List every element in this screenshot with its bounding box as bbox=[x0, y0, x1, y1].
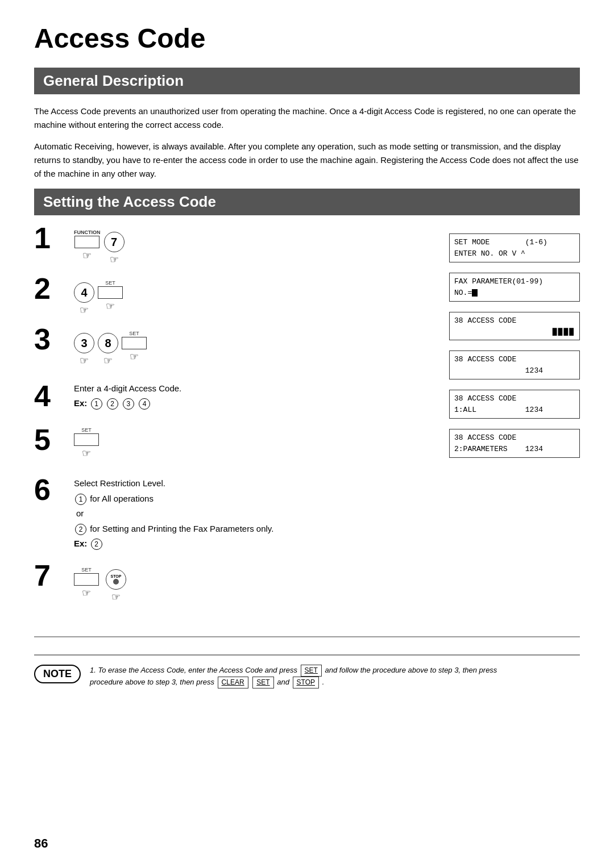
step-6: 6 Select Restriction Level. 1 for All op… bbox=[34, 477, 432, 553]
note-text-procedure: procedure above to step 3, then press bbox=[90, 678, 217, 686]
key-3-circle: 3 bbox=[74, 333, 94, 353]
key-4: 4 ☞ bbox=[74, 276, 94, 316]
general-description-p1: The Access Code prevents an unauthorized… bbox=[34, 105, 580, 132]
step-7-number: 7 bbox=[34, 561, 68, 590]
note-clear-key: CLEAR bbox=[218, 677, 248, 688]
function-key-rect bbox=[74, 236, 99, 248]
lcd-3: 38 ACCESS CODE ████ bbox=[449, 312, 580, 340]
hand-icon-3a: ☞ bbox=[80, 354, 89, 367]
note-set-key2: SET bbox=[252, 677, 273, 688]
note-text-2: and follow the procedure above to step 3… bbox=[325, 666, 497, 674]
circled-ex2: 2 bbox=[91, 539, 102, 550]
lcd-5-box: 38 ACCESS CODE 1:ALL 1234 bbox=[449, 390, 580, 419]
step-3: 3 3 ☞ 8 ☞ SET ☞ bbox=[34, 327, 432, 367]
stop-key-7: STOP ☞ bbox=[106, 563, 126, 603]
step-7-content: SET ☞ STOP ☞ bbox=[74, 563, 432, 603]
step-5-number: 5 bbox=[34, 425, 68, 454]
set-key-2: SET ☞ bbox=[98, 280, 123, 312]
circled-3: 3 bbox=[123, 398, 134, 410]
step-5-keys: SET ☞ bbox=[74, 427, 99, 460]
set-key-2-rect bbox=[98, 286, 123, 299]
setting-section-heading: Setting the Access Code bbox=[34, 189, 580, 215]
key-7-label bbox=[113, 226, 115, 231]
step-2-content: 4 ☞ SET ☞ bbox=[74, 276, 432, 316]
circled-2: 2 bbox=[107, 398, 118, 410]
key-8-label bbox=[107, 327, 109, 332]
circled-1: 1 bbox=[91, 398, 102, 410]
step-1-keys: FUNCTION ☞ 7 ☞ bbox=[74, 226, 125, 266]
lcd-2: FAX PARAMETER(01-99) NO.= bbox=[449, 273, 580, 302]
hand-icon-3b: ☞ bbox=[103, 354, 113, 367]
step-6-text: Select Restriction Level. bbox=[74, 477, 165, 490]
step-3-content: 3 ☞ 8 ☞ SET ☞ bbox=[74, 327, 432, 367]
note-text-1: 1. To erase the Access Code, enter the A… bbox=[90, 666, 297, 674]
stop-circle: STOP bbox=[106, 569, 126, 590]
step-1: 1 FUNCTION ☞ 7 ☞ bbox=[34, 226, 432, 266]
step-6-or: or bbox=[76, 507, 84, 520]
hand-icon-1a: ☞ bbox=[82, 249, 92, 262]
step-3-keys: 3 ☞ 8 ☞ SET ☞ bbox=[74, 327, 147, 367]
hand-icon-7a: ☞ bbox=[82, 587, 91, 599]
set-key-7-rect bbox=[74, 573, 99, 586]
circled-opt2: 2 bbox=[75, 524, 86, 535]
stop-label: STOP bbox=[111, 574, 122, 578]
divider bbox=[34, 636, 580, 637]
key-3-label bbox=[84, 327, 85, 332]
lcd-2-box: FAX PARAMETER(01-99) NO.= bbox=[449, 273, 580, 302]
step-5: 5 SET ☞ bbox=[34, 427, 432, 467]
note-set-key: SET bbox=[301, 665, 322, 677]
lcd-4-box: 38 ACCESS CODE 1234 bbox=[449, 350, 580, 379]
lcd-1-box: SET MODE (1-6) ENTER NO. OR V ^ bbox=[449, 233, 580, 262]
set-key-7-label: SET bbox=[81, 567, 92, 573]
step-1-content: FUNCTION ☞ 7 ☞ bbox=[74, 226, 432, 266]
key-4-circle: 4 bbox=[74, 282, 94, 303]
set-key-7: SET ☞ bbox=[74, 567, 99, 599]
set-key-5: SET ☞ bbox=[74, 427, 99, 460]
step-4-example: Ex: 1 2 3 4 bbox=[74, 397, 151, 410]
step-6-option1: 1 for All operations bbox=[74, 493, 154, 506]
step-4-text: Enter a 4-digit Access Code. bbox=[74, 382, 181, 395]
circled-opt1: 1 bbox=[75, 494, 86, 505]
general-description-heading: General Description bbox=[34, 68, 580, 94]
step-1-number: 1 bbox=[34, 223, 68, 253]
note-text: 1. To erase the Access Code, enter the A… bbox=[90, 665, 580, 688]
stop-key-7-label bbox=[115, 563, 117, 569]
hand-icon-7b: ☞ bbox=[111, 591, 121, 603]
key-4-label bbox=[84, 276, 85, 282]
step-2-number: 2 bbox=[34, 274, 68, 303]
page-title: Access Code bbox=[34, 23, 580, 54]
step-3-number: 3 bbox=[34, 324, 68, 354]
step-4-number: 4 bbox=[34, 381, 68, 411]
set-key-5-label: SET bbox=[81, 427, 92, 433]
step-2: 2 4 ☞ SET ☞ bbox=[34, 276, 432, 316]
steps-outer: 1 FUNCTION ☞ 7 ☞ 2 bbox=[34, 226, 580, 614]
step-7-keys: SET ☞ STOP ☞ bbox=[74, 563, 126, 603]
function-key: FUNCTION ☞ bbox=[74, 229, 101, 262]
set-key-3: SET ☞ bbox=[122, 331, 147, 363]
key-7-circle: 7 bbox=[104, 232, 125, 252]
step-4-content: Enter a 4-digit Access Code. Ex: 1 2 3 4 bbox=[74, 382, 432, 412]
step-5-content: SET ☞ bbox=[74, 427, 432, 460]
step-4: 4 Enter a 4-digit Access Code. Ex: 1 2 3… bbox=[34, 377, 432, 417]
key-8-circle: 8 bbox=[98, 333, 118, 353]
set-key-5-rect bbox=[74, 433, 99, 446]
circled-4: 4 bbox=[139, 398, 150, 410]
hand-icon-2a: ☞ bbox=[80, 304, 89, 316]
steps-left: 1 FUNCTION ☞ 7 ☞ 2 bbox=[34, 226, 432, 614]
set-key-3-rect bbox=[122, 337, 147, 349]
general-description-p2: Automatic Receiving, however, is always … bbox=[34, 140, 580, 181]
page-number: 86 bbox=[34, 836, 48, 851]
hand-icon-5: ☞ bbox=[82, 447, 91, 460]
step-2-keys: 4 ☞ SET ☞ bbox=[74, 276, 123, 316]
lcd-3-box: 38 ACCESS CODE ████ bbox=[449, 312, 580, 340]
lcd-displays: SET MODE (1-6) ENTER NO. OR V ^ FAX PARA… bbox=[449, 226, 580, 614]
note-section: NOTE 1. To erase the Access Code, enter … bbox=[34, 654, 580, 688]
lcd-5: 38 ACCESS CODE 1:ALL 1234 bbox=[449, 390, 580, 419]
stop-dot bbox=[113, 579, 119, 585]
lcd-1: SET MODE (1-6) ENTER NO. OR V ^ bbox=[449, 233, 580, 262]
note-stop-key: STOP bbox=[293, 677, 319, 688]
key-3: 3 ☞ bbox=[74, 327, 94, 367]
note-text-3: and bbox=[277, 678, 291, 686]
set-key-3-label: SET bbox=[129, 331, 139, 336]
lcd-6-box: 38 ACCESS CODE 2:PARAMETERS 1234 bbox=[449, 429, 580, 458]
